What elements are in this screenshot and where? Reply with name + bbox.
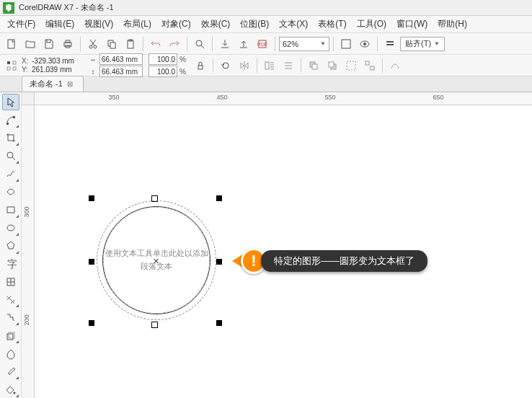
redo-button[interactable] [166, 35, 183, 53]
close-icon[interactable]: ⊠ [67, 80, 73, 88]
transparency-tool[interactable] [2, 345, 19, 362]
preview-button[interactable] [356, 35, 373, 53]
artistic-media-tool[interactable] [2, 184, 19, 200]
new-button[interactable] [3, 35, 20, 53]
selection-handle[interactable] [151, 322, 158, 328]
shape-tool[interactable] [2, 112, 19, 128]
rectangle-tool[interactable] [2, 202, 19, 218]
y-label: Y: [22, 66, 30, 74]
group-button[interactable] [342, 57, 360, 74]
zoom-tool[interactable] [2, 148, 19, 164]
eyedropper-tool[interactable] [2, 363, 19, 380]
import-button[interactable] [216, 35, 234, 53]
dimension-tool[interactable] [2, 291, 19, 308]
svg-point-15 [363, 43, 366, 45]
connector-tool[interactable] [2, 309, 19, 326]
menu-layout[interactable]: 布局(L) [119, 16, 156, 32]
selection-handle[interactable] [216, 320, 222, 326]
crop-tool[interactable] [2, 130, 19, 146]
svg-text:字: 字 [7, 258, 17, 270]
zoom-level-combo[interactable]: 62% ▼ [279, 37, 329, 51]
canvas[interactable]: ⊢ ✕ 使用文本工具单击此处以添加 段落文本 ! 特定的图形——圆形变为文本框了 [35, 105, 532, 398]
publish-button[interactable]: PDF [254, 35, 271, 53]
selection-handle[interactable] [216, 259, 222, 265]
fill-tool[interactable] [2, 381, 19, 398]
ellipse-tool[interactable] [2, 220, 19, 236]
align-button[interactable] [280, 57, 297, 74]
pick-tool[interactable] [2, 94, 19, 110]
wrap-text-button[interactable] [261, 57, 278, 74]
table-tool[interactable] [2, 273, 19, 290]
ellipse-object[interactable]: 使用文本工具单击此处以添加 段落文本 [102, 206, 210, 314]
search-button[interactable] [191, 35, 208, 53]
order-front-button[interactable] [305, 57, 322, 74]
separator [301, 58, 301, 73]
snap-combo[interactable]: 贴齐(T) ▼ [400, 37, 445, 51]
fullscreen-button[interactable] [337, 35, 355, 53]
menu-file[interactable]: 文件(F) [3, 16, 40, 32]
save-button[interactable] [40, 35, 58, 53]
effects-tool[interactable] [2, 327, 19, 344]
document-tab[interactable]: 未命名 -1 ⊠ [22, 76, 84, 92]
export-button[interactable] [235, 35, 252, 53]
svg-rect-13 [342, 40, 350, 48]
menu-tools[interactable]: 工具(O) [353, 16, 391, 32]
svg-rect-32 [13, 116, 15, 118]
polygon-tool[interactable] [2, 238, 19, 255]
menu-window[interactable]: 窗口(W) [392, 16, 432, 32]
open-button[interactable] [22, 35, 39, 53]
selection-handle[interactable] [151, 195, 158, 202]
ruler-origin[interactable] [22, 92, 35, 105]
ungroup-button[interactable] [361, 57, 378, 74]
rotate-button[interactable] [217, 57, 234, 74]
print-button[interactable] [59, 35, 76, 53]
text-tool[interactable]: 字 [2, 256, 19, 273]
menu-table[interactable]: 表格(T) [314, 16, 350, 32]
separator [382, 58, 383, 73]
mirror-h-button[interactable] [236, 57, 253, 74]
svg-point-4 [89, 45, 92, 48]
canvas-area: 350 450 550 650 10 300 200 ⊢ ✕ 使用文本 [22, 92, 532, 398]
menu-bitmap[interactable]: 位图(B) [236, 16, 273, 32]
undo-button[interactable] [147, 35, 164, 53]
scale-y-value[interactable]: 100.0 [148, 66, 177, 77]
scale-x-value[interactable]: 100.0 [148, 53, 177, 65]
menu-object[interactable]: 对象(C) [157, 16, 195, 32]
selection-handle[interactable] [216, 195, 222, 201]
svg-rect-22 [198, 66, 203, 69]
y-value[interactable]: 261.039 mm [32, 66, 82, 74]
paragraph-text-frame[interactable]: 使用文本工具单击此处以添加 段落文本 [103, 207, 210, 314]
workspace: 字 350 450 550 650 10 300 200 ⊢ [0, 92, 532, 398]
copy-button[interactable] [103, 35, 120, 53]
horizontal-ruler[interactable]: 350 450 550 650 10 [35, 92, 532, 105]
selection-handle[interactable] [89, 195, 94, 201]
menu-effects[interactable]: 效果(C) [197, 16, 235, 32]
window-title: CorelDRAW X7 - 未命名 -1 [19, 2, 114, 13]
menu-view[interactable]: 视图(V) [80, 16, 118, 32]
separator [212, 37, 213, 51]
width-value[interactable]: 66.463 mm [99, 53, 143, 65]
svg-rect-8 [128, 40, 133, 48]
order-back-button[interactable] [324, 57, 341, 74]
svg-point-5 [94, 45, 97, 48]
menu-text[interactable]: 文本(X) [275, 16, 312, 32]
selection-handle[interactable] [89, 320, 94, 326]
convert-curves-button[interactable] [386, 57, 404, 74]
freehand-tool[interactable] [2, 166, 19, 182]
object-origin-button[interactable] [3, 57, 20, 74]
selection-handle[interactable] [89, 259, 94, 265]
ruler-tick: 450 [216, 94, 227, 101]
menu-help[interactable]: 帮助(H) [433, 16, 471, 32]
lock-ratio-button[interactable] [192, 57, 209, 74]
svg-rect-17 [386, 44, 394, 45]
separator [213, 58, 213, 73]
svg-rect-29 [365, 61, 369, 65]
options-button[interactable] [381, 35, 399, 53]
svg-rect-27 [329, 62, 334, 67]
x-value[interactable]: -329.303 mm [32, 57, 82, 65]
height-value[interactable]: 66.463 mm [99, 66, 143, 77]
paste-button[interactable] [122, 35, 139, 53]
cut-button[interactable] [84, 35, 102, 53]
menu-edit[interactable]: 编辑(E) [41, 16, 79, 32]
vertical-ruler[interactable]: 300 200 [22, 105, 35, 398]
